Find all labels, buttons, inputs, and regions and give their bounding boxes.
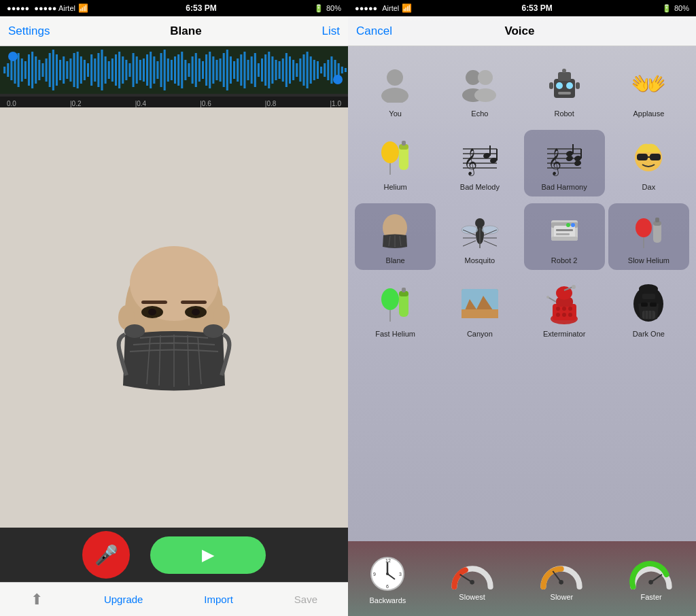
svg-rect-131 (576, 82, 580, 89)
voice-item-dark-one[interactable]: Dark One (608, 277, 689, 343)
svg-rect-128 (558, 92, 571, 95)
voice-icon-applause: 👐 (627, 62, 671, 106)
svg-rect-73 (254, 53, 256, 87)
svg-point-184 (571, 223, 575, 227)
speed-label-slower: Slower (551, 593, 574, 601)
svg-line-212 (548, 297, 556, 302)
svg-rect-60 (209, 52, 211, 88)
svg-point-204 (568, 307, 572, 311)
svg-rect-9 (31, 52, 33, 88)
voice-icon-you (373, 62, 417, 106)
svg-rect-19 (66, 61, 68, 79)
voice-label-robot2: Robot 2 (551, 256, 578, 264)
voice-item-canyon[interactable]: Canyon (439, 277, 520, 343)
svg-rect-31 (108, 61, 110, 79)
svg-rect-71 (247, 60, 249, 80)
voice-item-applause[interactable]: 👐 Applause (608, 56, 689, 123)
speed-label-faster: Faster (641, 593, 662, 601)
svg-point-126 (556, 82, 563, 89)
voice-item-helium[interactable]: Helium (355, 130, 436, 196)
svg-rect-92 (320, 67, 322, 73)
voice-item-mosquito[interactable]: Mosquito (439, 203, 520, 270)
svg-rect-95 (330, 56, 332, 84)
svg-rect-83 (289, 56, 291, 84)
voice-item-echo[interactable]: Echo (439, 56, 520, 123)
svg-text:𝄞: 𝄞 (464, 148, 477, 176)
nav-bar-left: Settings Blane List (0, 16, 348, 46)
svg-rect-67 (233, 61, 235, 79)
voice-item-exterminator[interactable]: Exterminator (524, 277, 605, 343)
speed-item-faster[interactable]: Faster (627, 559, 675, 601)
svg-rect-76 (264, 54, 266, 86)
voice-item-bad-harmony[interactable]: 𝄞 Bad Harmony (524, 130, 605, 196)
voice-icon-echo (457, 62, 502, 106)
svg-rect-11 (38, 60, 40, 80)
carrier-dots-right: ●●●●● (355, 4, 377, 12)
speed-item-backwards[interactable]: 12 3 6 9 Backwards (369, 555, 406, 604)
voice-item-dax[interactable]: Dax (608, 130, 689, 196)
svg-rect-21 (73, 53, 75, 87)
nav-title-right: Voice (504, 24, 534, 38)
status-right: 🔋 80% (314, 4, 341, 13)
svg-text:3: 3 (399, 572, 402, 577)
speed-item-slowest[interactable]: Slowest (449, 559, 496, 601)
speed-row: 12 3 6 9 Backwards Slowest (348, 541, 696, 616)
record-button[interactable]: 🎤 (82, 531, 130, 579)
svg-rect-23 (80, 56, 82, 84)
svg-rect-3 (10, 60, 12, 80)
battery-icon-right: 🔋 (662, 4, 672, 13)
svg-rect-93 (324, 63, 326, 77)
svg-point-207 (568, 313, 572, 317)
svg-rect-48 (167, 58, 169, 82)
list-button[interactable]: List (322, 24, 340, 38)
voice-item-blane[interactable]: Blane (355, 203, 436, 270)
svg-rect-64 (223, 53, 225, 87)
svg-point-118 (387, 69, 403, 86)
voice-label-echo: Echo (471, 109, 488, 118)
speed-item-slower[interactable]: Slower (538, 559, 585, 601)
waveform-thumb-right[interactable] (333, 75, 343, 84)
svg-rect-199 (462, 309, 498, 318)
voice-icon-exterminator (542, 282, 587, 326)
import-button[interactable]: Import (204, 594, 233, 605)
voice-item-you[interactable]: You (355, 56, 436, 123)
svg-rect-130 (549, 82, 553, 89)
voice-icon-robot2 (542, 209, 587, 253)
svg-rect-55 (192, 56, 194, 84)
voice-label-dark-one: Dark One (633, 330, 665, 338)
mark-8: |0.8 (265, 100, 277, 107)
svg-rect-161 (650, 154, 661, 160)
svg-rect-22 (77, 52, 79, 88)
status-right-right: 🔋 80% (662, 4, 689, 13)
save-button[interactable]: Save (294, 594, 317, 605)
svg-rect-14 (49, 53, 51, 87)
cancel-button[interactable]: Cancel (356, 24, 392, 38)
voice-item-robot[interactable]: Robot (524, 56, 605, 123)
voice-label-bad-melody: Bad Melody (460, 183, 500, 191)
mark-0: 0.0 (7, 100, 16, 107)
backwards-clock-icon: 12 3 6 9 (369, 555, 406, 593)
waveform-thumb-left[interactable] (8, 52, 18, 61)
voice-icon-robot (542, 62, 587, 106)
svg-rect-81 (282, 58, 284, 82)
settings-button[interactable]: Settings (8, 24, 50, 38)
upgrade-button[interactable]: Upgrade (104, 594, 143, 605)
voice-item-fast-helium[interactable]: Fast Helium (355, 277, 436, 343)
voice-item-robot2[interactable]: Robot 2 (524, 203, 605, 270)
svg-rect-125 (558, 72, 571, 81)
voice-label-applause: Applause (633, 109, 664, 118)
svg-rect-32 (111, 58, 114, 82)
svg-point-129 (562, 69, 566, 73)
svg-rect-18 (63, 56, 65, 84)
svg-rect-78 (271, 56, 273, 84)
svg-rect-36 (125, 60, 127, 80)
svg-rect-86 (299, 58, 301, 82)
voice-item-slow-helium[interactable]: Slow Helium (608, 203, 689, 270)
voice-item-bad-melody[interactable]: 𝄞 Bad Melody (439, 130, 520, 196)
play-button[interactable]: ▶ (150, 536, 266, 574)
svg-rect-24 (84, 60, 86, 80)
svg-rect-220 (650, 303, 657, 307)
mic-icon: 🎤 (94, 544, 118, 566)
svg-rect-79 (275, 60, 277, 80)
svg-rect-89 (310, 56, 312, 84)
